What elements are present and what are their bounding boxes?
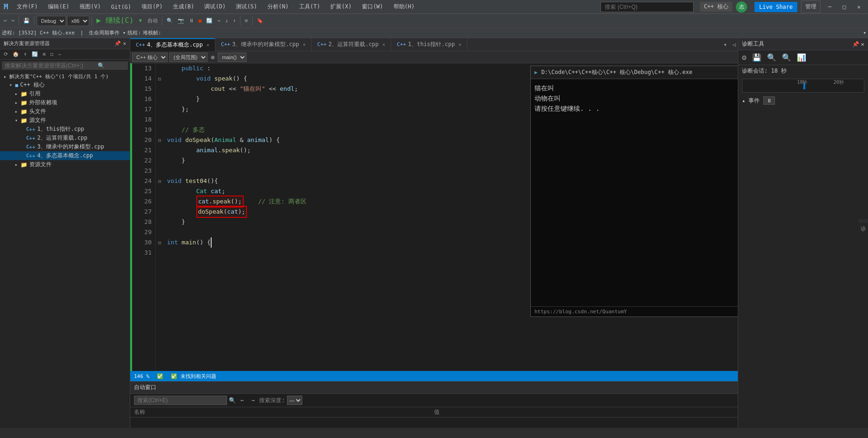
zoom-level[interactable]: 146 % <box>134 373 149 379</box>
sidebar-search-box[interactable]: 🔍 <box>2 61 128 70</box>
fold-btn-20[interactable]: ⊟ <box>156 135 163 145</box>
diag-pin-btn[interactable]: 📌 <box>852 41 859 47</box>
menu-debug[interactable]: 调试(D) <box>200 1 229 13</box>
sidebar-item-file1[interactable]: C++ 1、this指针.cpp <box>0 125 130 134</box>
menu-window[interactable]: 窗口(W) <box>358 1 387 13</box>
panel-search-icon[interactable]: 🔍 <box>229 397 236 404</box>
menu-file[interactable]: 文件(F) <box>13 1 42 13</box>
tab-scroll-right[interactable]: ▾ <box>722 41 729 48</box>
sidebar-item-external[interactable]: ▸ 📁 外部依赖项 <box>0 98 130 107</box>
diag-settings-btn[interactable]: ⚙ <box>740 52 748 63</box>
fold-btn-14[interactable]: ⊟ <box>156 74 163 84</box>
menu-edit[interactable]: 编辑(E) <box>44 1 73 13</box>
fold-btn-24[interactable]: ⊟ <box>156 176 163 186</box>
line-num-13: 13 <box>136 63 152 74</box>
sidebar-search-input[interactable] <box>5 62 98 69</box>
et-expand-btn[interactable]: ⊕ <box>209 53 216 61</box>
close-button[interactable]: ✕ <box>854 0 864 14</box>
toolbar-bookmark-btn[interactable]: 🔖 <box>255 17 265 25</box>
sidebar-tb-btn1[interactable]: ⟳ <box>2 50 10 58</box>
sidebar-tb-btn2[interactable]: 🏠 <box>11 50 21 58</box>
diag-right-label: 诊 <box>858 219 868 223</box>
tab-file4[interactable]: C++ 4、多态基本概念.cpp ✕ <box>130 38 215 51</box>
diag-close-btn[interactable]: ✕ <box>861 41 864 47</box>
toolbar-save-btn[interactable]: 💾 <box>21 17 32 25</box>
lifecycle-dropdown[interactable]: 生命周期事件 ▾ <box>89 29 126 36</box>
debug-config-dropdown[interactable]: Debug <box>37 16 66 26</box>
menu-git[interactable]: Git(G) <box>107 2 135 12</box>
toolbar-stop-btn[interactable]: ■ <box>197 17 204 25</box>
diag-zoom-in-btn[interactable]: 🔍 <box>765 52 778 63</box>
toolbar-step-out-btn[interactable]: ↑ <box>231 17 238 25</box>
panel-forward-btn[interactable]: → <box>248 396 257 404</box>
sidebar-tb-btn4[interactable]: 🔄 <box>30 50 40 58</box>
toolbar-extra-btn[interactable]: ≡ <box>243 17 250 25</box>
tab-diag-arrow[interactable]: ◁ <box>731 41 738 48</box>
toolbar-step-over-btn[interactable]: → <box>215 17 222 25</box>
toolbar-pause-btn[interactable]: ⏸ <box>187 17 196 25</box>
minimize-button[interactable]: ─ <box>824 0 835 14</box>
tab-file3[interactable]: C++ 3、继承中的对象模型.cpp ✕ <box>215 38 312 51</box>
live-share-button[interactable]: Live Share <box>754 2 797 12</box>
diag-zoom-out-btn[interactable]: 🔍 <box>780 52 793 63</box>
toolbar-camera-btn[interactable]: 📷 <box>176 17 186 25</box>
menu-tools[interactable]: 工具(T) <box>295 1 324 13</box>
panel-back-btn[interactable]: ← <box>238 396 247 404</box>
global-search-input[interactable] <box>601 2 694 12</box>
continue-button[interactable]: ▶ 继续(C) ▾ <box>94 15 144 27</box>
panel-search-input[interactable] <box>134 396 227 405</box>
sidebar-pin-btn[interactable]: 📌 <box>114 40 121 47</box>
menu-project[interactable]: 项目(P) <box>138 1 167 13</box>
toolbar-search-btn[interactable]: 🔍 <box>165 17 175 25</box>
sidebar-item-sources-label: 源文件 <box>29 116 46 124</box>
toolbar-undo-btn[interactable]: ↩ <box>2 17 9 25</box>
sidebar-close-btn[interactable]: ✕ <box>123 40 126 47</box>
solution-node[interactable]: ▸ 解决方案"C++ 核心"(1 个项目/共 1 个) <box>0 73 130 81</box>
diag-save-btn[interactable]: 💾 <box>750 52 763 63</box>
menu-help[interactable]: 帮助(H) <box>390 1 419 13</box>
panel-depth-select[interactable]: — <box>287 396 302 405</box>
toolbar-step-in-btn[interactable]: ↓ <box>223 17 230 25</box>
fold-btn-30[interactable]: ⊟ <box>156 237 163 248</box>
diag-chart-btn[interactable]: 📊 <box>795 52 808 63</box>
menu-extend[interactable]: 扩展(X) <box>327 1 355 13</box>
menu-view[interactable]: 视图(V) <box>76 1 105 13</box>
sidebar-search-icon[interactable]: 🔍 <box>98 62 105 69</box>
sidebar-item-sources[interactable]: ▾ 📁 源文件 <box>0 116 130 125</box>
sidebar-item-file3[interactable]: C++ 3、继承中的对象模型.cpp <box>0 142 130 151</box>
pause-events-btn[interactable]: ⏸ <box>763 96 775 105</box>
tab-file2[interactable]: C++ 2、运算符重载.cpp ✕ <box>312 38 391 51</box>
project-node[interactable]: ▾ ◼ C++ 核心 <box>0 81 130 89</box>
symbol-dropdown[interactable]: main() <box>218 53 247 62</box>
menu-test[interactable]: 测试(S) <box>232 1 261 13</box>
menu-build[interactable]: 生成(B) <box>169 1 198 13</box>
sidebar-item-resources[interactable]: ▸ 📁 资源文件 <box>0 160 130 169</box>
sidebar-item-file4[interactable]: C++ 4、多态基本概念.cpp <box>0 151 130 160</box>
tab4-close[interactable]: ✕ <box>207 42 209 47</box>
manage-button[interactable]: 管理 <box>801 0 821 13</box>
toolbar-restart-btn[interactable]: 🔄 <box>204 17 214 25</box>
toolbar2-expand[interactable]: ▾ <box>863 30 866 36</box>
sidebar-item-ref[interactable]: ▸ 📁 引用 <box>0 89 130 98</box>
platform-dropdown[interactable]: x86 <box>67 16 89 26</box>
sidebar-tb-btn5[interactable]: ≡ <box>41 50 48 58</box>
sidebar-tb-btn6[interactable]: ◻ <box>48 50 55 58</box>
sidebar-item-headers[interactable]: ▸ 📁 头文件 <box>0 107 130 116</box>
sidebar-tb-btn7[interactable]: — <box>56 50 63 58</box>
console-line-3: 请按任意键继续. . . <box>534 103 738 114</box>
tab3-close[interactable]: ✕ <box>303 42 306 47</box>
toolbar-redo-btn[interactable]: ↪ <box>10 17 17 25</box>
sidebar-tb-btn3[interactable]: ⬆ <box>22 50 29 58</box>
menu-analyze[interactable]: 分析(N) <box>264 1 293 13</box>
scope-dropdown[interactable]: (全局范围) <box>169 53 207 62</box>
restore-button[interactable]: □ <box>839 0 850 14</box>
sidebar-item-file2[interactable]: C++ 2、运算符重载.cpp <box>0 134 130 142</box>
config-dropdown[interactable]: C++ 核心 <box>132 53 167 62</box>
tab1-close[interactable]: ✕ <box>459 42 461 47</box>
code-editor[interactable]: 13 14 15 16 17 18 19 20 21 22 23 24 25 2… <box>130 63 738 371</box>
fold-space-16 <box>156 94 163 104</box>
tab2-close[interactable]: ✕ <box>382 42 385 47</box>
diag-session: 诊断会话: 18 秒 <box>738 65 868 77</box>
tab-file1[interactable]: C++ 1、this指针.cpp ✕ <box>391 38 467 51</box>
events-section: ▴ 事件 ⏸ <box>738 94 868 108</box>
